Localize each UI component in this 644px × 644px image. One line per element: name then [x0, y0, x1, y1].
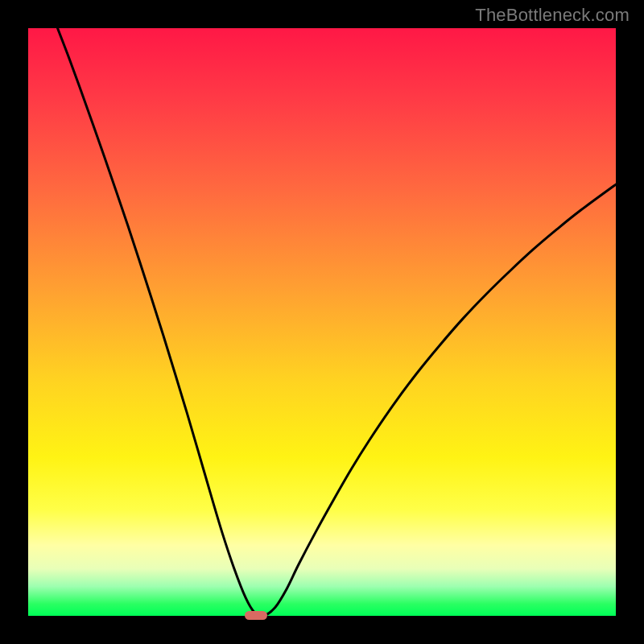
- watermark-text: TheBottleneck.com: [475, 5, 630, 26]
- plot-area: [28, 28, 616, 616]
- chart-canvas: TheBottleneck.com: [0, 0, 644, 644]
- bottleneck-marker: [245, 611, 267, 620]
